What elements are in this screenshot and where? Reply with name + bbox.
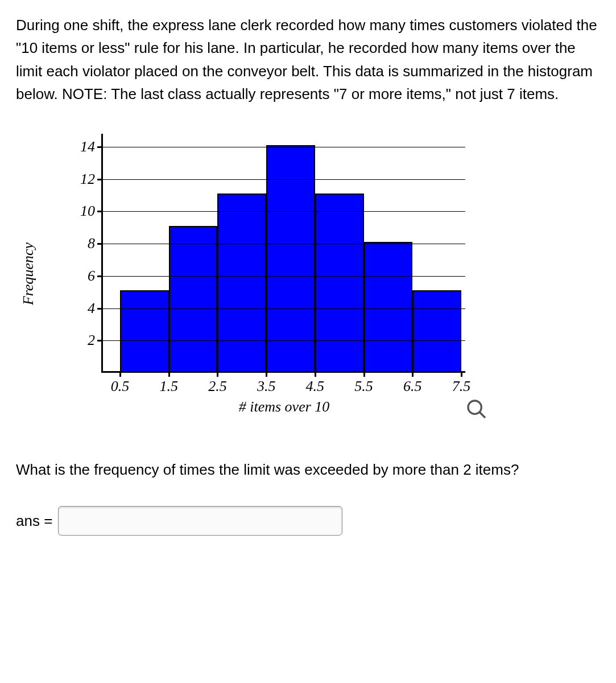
y-tick (97, 275, 103, 277)
histogram-chart: Frequency # items over 10 24681012140.51… (39, 128, 505, 430)
grid-line (103, 340, 465, 341)
grid-line (103, 244, 465, 244)
grid-line (103, 147, 465, 147)
y-tick (97, 340, 103, 342)
histogram-bar (412, 290, 461, 371)
y-tick-label: 8 (88, 235, 95, 252)
x-tick-label: 6.5 (403, 378, 422, 395)
x-tick-label: 4.5 (306, 378, 325, 395)
y-tick (97, 146, 103, 148)
y-tick-label: 14 (80, 138, 95, 155)
x-tick (363, 371, 365, 377)
x-axis-label: # items over 10 (239, 398, 330, 415)
y-tick (97, 179, 103, 180)
x-tick (461, 371, 462, 377)
x-tick-label: 5.5 (354, 378, 373, 395)
y-tick (97, 308, 103, 310)
question-text: What is the frequency of times the limit… (16, 458, 600, 481)
x-tick (266, 371, 267, 377)
x-tick-label: 1.5 (159, 378, 178, 395)
histogram-bar (169, 226, 218, 371)
chart-bars (103, 134, 465, 371)
y-tick-label: 4 (88, 300, 95, 317)
answer-label: ans = (16, 512, 52, 530)
grid-line (103, 276, 465, 277)
svg-point-0 (468, 401, 481, 414)
answer-input[interactable] (58, 506, 342, 536)
svg-line-1 (479, 412, 485, 418)
y-tick-label: 12 (80, 171, 95, 188)
x-tick (217, 371, 218, 377)
histogram-bar (217, 194, 266, 371)
y-tick (97, 211, 103, 212)
x-tick-label: 2.5 (208, 378, 227, 395)
y-axis-label: Frequency (20, 242, 37, 305)
x-tick (119, 371, 121, 377)
y-tick-label: 6 (88, 268, 95, 285)
x-tick-label: 0.5 (111, 378, 130, 395)
y-tick-label: 10 (80, 203, 95, 220)
x-tick (412, 371, 414, 377)
x-tick-label: 3.5 (257, 378, 276, 395)
y-tick-label: 2 (88, 332, 95, 349)
grid-line (103, 308, 465, 309)
histogram-bar (364, 242, 413, 371)
x-tick-label: 7.5 (452, 378, 471, 395)
grid-line (103, 211, 465, 212)
y-tick (97, 243, 103, 245)
answer-row: ans = (16, 506, 600, 536)
grid-line (103, 179, 465, 180)
problem-statement: During one shift, the express lane clerk… (16, 14, 600, 105)
histogram-bar (120, 290, 169, 371)
chart-plot-area: # items over 10 24681012140.51.52.53.54.… (101, 134, 465, 373)
x-tick (315, 371, 316, 377)
histogram-bar (315, 194, 364, 371)
magnify-icon[interactable] (465, 398, 488, 425)
x-tick (168, 371, 170, 377)
